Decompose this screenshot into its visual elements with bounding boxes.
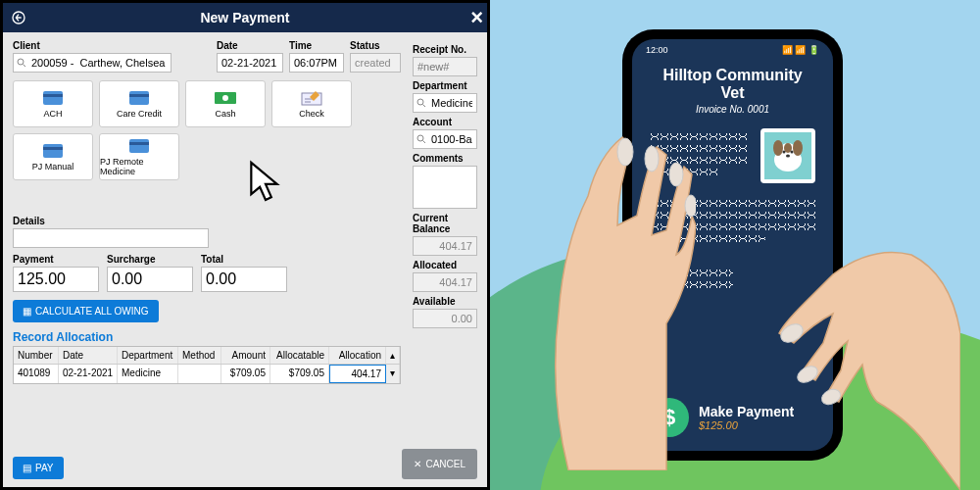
svg-rect-10 (43, 147, 63, 150)
surcharge-input[interactable] (107, 267, 193, 292)
pay-method-carecredit[interactable]: Care Credit (99, 80, 179, 127)
invoice-subtitle: Invoice No. 0001 (650, 104, 815, 115)
cancel-button[interactable]: ✕ CANCEL (402, 449, 477, 479)
time-input[interactable] (289, 53, 344, 73)
svg-rect-11 (129, 139, 149, 153)
table-scroll[interactable]: ▴ (386, 347, 400, 364)
table-row[interactable]: 401089 02-21-2021 Medicine $709.05 $709.… (14, 365, 400, 383)
make-payment-button[interactable]: $ Make Payment$125.00 (650, 398, 815, 437)
receipt-input (413, 57, 477, 76)
close-icon[interactable]: × (470, 5, 483, 30)
pay-method-pjmanual[interactable]: PJ Manual (13, 133, 93, 180)
payment-input[interactable] (13, 267, 99, 292)
search-icon (416, 133, 427, 145)
dialog-header: New Payment × (3, 3, 487, 32)
svg-point-7 (222, 95, 228, 101)
svg-rect-12 (129, 142, 149, 145)
search-icon (416, 97, 427, 109)
calculate-button[interactable]: ▦ CALCULATE ALL OWING (13, 300, 159, 322)
allocated-display (413, 272, 477, 292)
dialog-title: New Payment (200, 10, 289, 25)
phone-frame: 12:00📶 📶 🔋 Hilltop Community Vet Invoice… (622, 29, 843, 461)
balance-display (413, 236, 477, 256)
allocation-title: Record Allocation (13, 330, 401, 344)
search-icon (16, 57, 27, 69)
svg-point-13 (417, 99, 423, 105)
comments-input[interactable] (413, 166, 477, 209)
allocation-table: Number Date Department Method Amount All… (13, 346, 401, 384)
status-input (350, 53, 401, 73)
vet-title: Hilltop Community Vet (650, 67, 815, 102)
available-display (413, 309, 477, 328)
svg-point-14 (417, 135, 423, 141)
allocation-cell[interactable]: 404.17 (329, 365, 386, 383)
phone-illustration: 12:00📶 📶 🔋 Hilltop Community Vet Invoice… (490, 0, 980, 490)
svg-point-19 (793, 140, 803, 156)
phone-screen: 12:00📶 📶 🔋 Hilltop Community Vet Invoice… (632, 39, 833, 451)
pay-method-pjremote[interactable]: PJ Remote Medicine (99, 133, 179, 180)
pay-method-cash[interactable]: Cash (185, 80, 266, 127)
svg-rect-2 (43, 91, 63, 105)
client-input[interactable] (13, 53, 172, 73)
pay-button[interactable]: ▤ PAY (13, 457, 64, 479)
svg-point-21 (783, 151, 786, 154)
svg-point-23 (786, 155, 790, 158)
svg-point-22 (791, 151, 794, 154)
total-input[interactable] (201, 267, 287, 292)
svg-point-1 (18, 59, 24, 65)
payment-method-grid: ACH Care Credit Cash Check PJ Manual PJ … (13, 80, 401, 180)
pay-method-ach[interactable]: ACH (13, 80, 93, 127)
date-input[interactable] (217, 53, 283, 73)
new-payment-dialog: New Payment × Client Date Time Status AC… (3, 3, 487, 487)
svg-rect-4 (129, 91, 149, 105)
svg-rect-5 (129, 94, 149, 97)
back-icon[interactable] (11, 10, 26, 25)
svg-rect-3 (43, 94, 63, 97)
svg-point-18 (773, 140, 783, 156)
details-input[interactable] (13, 228, 209, 248)
pet-avatar (760, 128, 815, 183)
svg-rect-9 (43, 144, 63, 158)
phone-statusbar: 12:00📶 📶 🔋 (646, 45, 819, 55)
dollar-icon: $ (650, 398, 689, 437)
pay-method-check[interactable]: Check (271, 80, 352, 127)
